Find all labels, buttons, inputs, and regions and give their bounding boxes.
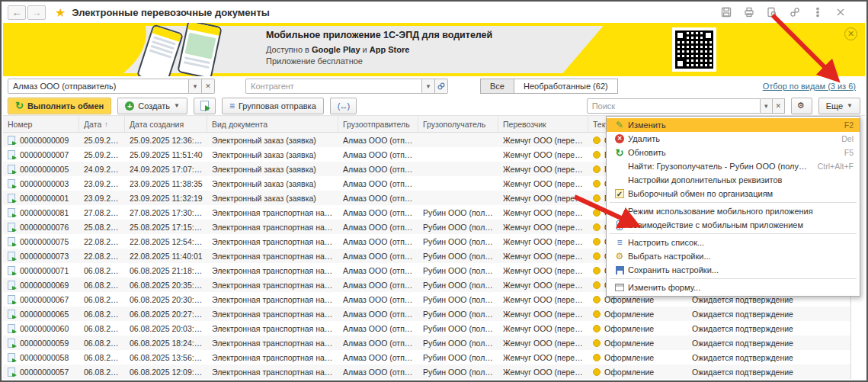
column-header[interactable]: Грузоотправитель [338,116,418,132]
table-row[interactable]: 0000000005906.08.202506.08.2025 18:24:55… [3,335,850,350]
menu-separator [610,233,857,234]
phone-mockup [177,23,223,76]
print-icon[interactable] [743,6,755,18]
menu-item[interactable]: Сохранить настройки... [607,263,860,277]
sender-combo-clear-icon[interactable]: ✕ [202,79,215,94]
cell-number: 00000000081 [3,208,79,217]
table-row[interactable]: 0000000005806.08.202506.08.2025 13:56:49… [3,350,850,364]
cell-doc-type: Электронная транспортная накладная [207,252,338,261]
run-exchange-button[interactable]: ↻ Выполнить обмен [8,98,111,114]
cell-receiver: Рубин ООО (получатель) [418,368,498,377]
link-icon[interactable] [789,6,801,18]
kinds-filter-link[interactable]: Отбор по видам (3 из 6) [763,82,856,91]
menu-item[interactable]: ⚙Выбрать настройки... [607,249,860,263]
menu-item[interactable]: Найти: Грузополучатель - Рубин ООО (полу… [607,159,860,173]
column-header[interactable]: Дата создания [125,116,207,132]
favorite-star-icon[interactable]: ★ [55,5,66,20]
cell-sender: Алмаз ООО (отправите... [338,237,418,246]
more-button[interactable]: Еще▼ [818,98,860,114]
column-header[interactable]: Грузополучатель [418,116,498,132]
menu-item[interactable]: Изменить форму... [607,281,860,294]
menu-item-label: Удалить [628,134,834,143]
settings-gear-button[interactable]: ⚙ [791,98,812,114]
cell-carrier: Жемчуг ООО (перевозчик) [498,165,588,174]
table-row[interactable]: 0000000006006.08.202506.08.2025 20:03:02… [3,321,850,335]
document-icon [8,339,15,348]
column-header[interactable]: Перевозчик [498,116,588,132]
cell-carrier: Жемчуг ООО (перевозчик) [498,295,588,304]
sender-combo: Алмаз ООО (отправитель) ▾ ✕ [8,79,215,94]
cell-number: 00000000058 [3,353,79,362]
cell-number: 00000000001 [3,194,79,203]
forward-button[interactable]: → [27,5,46,20]
menu-item[interactable]: Режим использование мобильного приложени… [607,204,860,218]
mobile-phone-icon [617,220,623,230]
close-icon[interactable] [834,6,847,18]
cell-date: 06.08.2025 [79,266,125,275]
tab-all[interactable]: Все [480,79,514,94]
menu-item[interactable]: ✎ИзменитьF2 [607,118,860,132]
sender-combo-input[interactable]: Алмаз ООО (отправитель) [8,79,189,94]
document-icon [8,324,15,333]
menu-item[interactable]: ✕УдалитьDel [607,132,860,146]
create-button[interactable]: + Создать▼ [117,98,187,114]
tab-unprocessed[interactable]: Необработанные (62) [514,79,618,94]
cell-status: Оформление [588,324,687,333]
cell-sender: Алмаз ООО (отправите... [338,324,418,333]
menu-item-shortcut: F5 [844,148,854,157]
group-send-button[interactable]: ≡ Групповая отправка [222,98,324,114]
cell-doc-type: Электронный заказ (заявка) [207,150,338,159]
more-dots-icon[interactable] [812,6,824,18]
menu-item[interactable]: Взаимодействие с мобильным приложением [607,218,860,232]
counterparty-combo-link-icon[interactable] [435,79,448,94]
app-window: ← → ★ Электронные перевозочные документы… [0,0,868,382]
status-dot-icon [593,180,601,188]
menu-item-label: Изменить [628,120,837,130]
cell-sender: Алмаз ООО (отправите... [338,223,418,232]
phones-illustration [117,24,262,75]
cell-status-2: Ожидается подтверждение [687,339,850,348]
edi-exchange-button[interactable]: (↔) [330,98,357,114]
cell-carrier: Жемчуг ООО (перевозчик) [498,194,588,203]
cell-receiver: Рубин ООО (получатель) [418,266,498,275]
save-icon[interactable] [720,6,732,18]
cell-sender: Алмаз ООО (отправите... [338,208,418,217]
cell-doc-type: Электронный заказ (заявка) [207,194,338,203]
cell-receiver: Рубин ООО (получатель) [418,223,498,232]
choose-settings-icon: ⚙ [616,251,624,262]
column-header[interactable]: Дата↑ [79,116,125,132]
cell-number: 00000000009 [3,136,79,145]
cell-status: Оформление [588,339,687,348]
cell-number: 00000000007 [3,150,79,159]
column-header[interactable]: Вид документа [207,116,338,132]
search-input[interactable]: Поиск [587,98,761,114]
sender-combo-dropdown-icon[interactable]: ▾ [189,79,202,94]
counterparty-combo-input[interactable]: Контрагент [245,79,422,94]
cell-date: 06.08.2025 [79,353,125,362]
preview-icon[interactable] [766,6,778,18]
table-row[interactable]: 0000000006506.08.202506.08.2025 20:27:53… [3,307,850,321]
search-dropdown-icon[interactable]: ▾ [761,98,773,114]
banner-close-icon[interactable]: ✕ [844,27,857,40]
menu-item[interactable]: ✓Выборочный обмен по организациям [607,187,860,201]
cell-receiver: Рубин ООО (получатель) [418,353,498,362]
cell-created: 06.08.2025 18:24:55 [125,339,207,348]
column-header[interactable]: Номер [3,116,79,132]
menu-item[interactable]: ↻ОбновитьF5 [607,146,860,159]
document-icon [8,295,15,304]
banner-free-line: Приложение бесплатное [266,56,492,67]
back-button[interactable]: ← [8,5,26,20]
counterparty-combo-dropdown-icon[interactable]: ▾ [422,79,435,94]
cell-number: 00000000060 [3,324,79,333]
menu-item[interactable]: ≡Настроить список... [607,236,860,249]
cell-sender: Алмаз ООО (отправите... [338,150,418,159]
table-row[interactable]: 0000000005706.08.202506.08.2025 12:09:14… [3,364,850,379]
cell-sender: Алмаз ООО (отправите... [338,281,418,290]
menu-item[interactable]: Настройки дополнительных реквизитов [607,173,860,187]
cell-date: 25.09.2025 [79,150,125,159]
cell-date: 22.08.2025 [79,237,125,246]
search-clear-icon[interactable]: ✕ [773,98,785,114]
create-by-copy-button[interactable] [194,98,216,114]
menu-item-shortcut: Del [841,134,854,143]
document-icon [8,353,15,362]
